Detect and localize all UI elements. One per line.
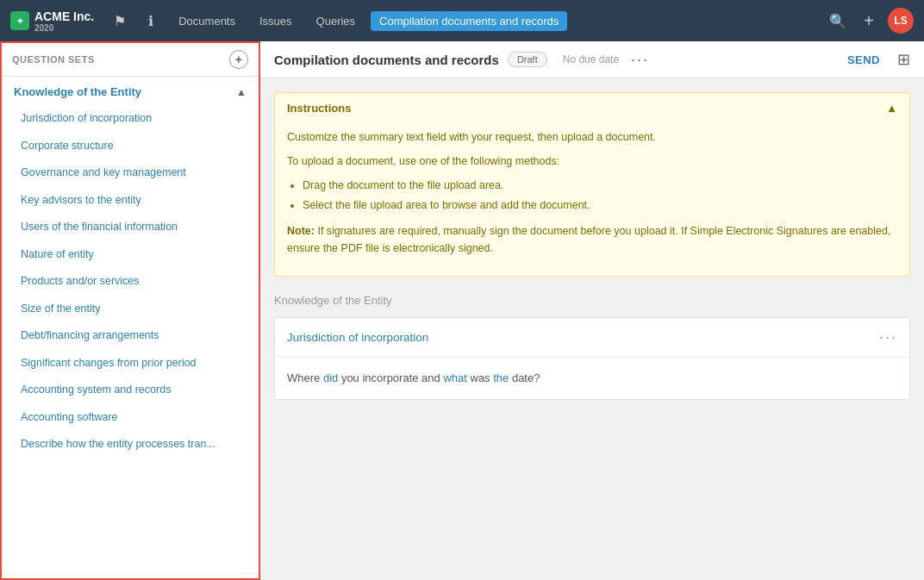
sidebar-item-corporate[interactable]: Corporate structure <box>2 133 259 160</box>
flag-icon[interactable]: ⚑ <box>108 9 132 33</box>
sidebar: QUESTION SETS + Knowledge of the Entity … <box>0 41 260 580</box>
question-text-4: date? <box>509 371 540 384</box>
top-navigation: ✦ ACME Inc. 2020 ⚑ ℹ Documents Issues Qu… <box>0 0 924 41</box>
question-highlight-what: what <box>443 371 466 384</box>
instructions-line-2: To upload a document, use one of the fol… <box>287 153 897 170</box>
question-card-header: Jurisdiction of incorporation ··· <box>275 318 909 358</box>
question-title-part2: incorporation <box>361 331 428 344</box>
add-icon[interactable]: + <box>857 9 881 33</box>
question-title-part1: Jurisdiction <box>287 331 346 344</box>
question-card: Jurisdiction of incorporation ··· Where … <box>274 317 910 400</box>
question-highlight-the: the <box>493 371 509 384</box>
content-title: Compilation documents and records <box>274 53 499 67</box>
question-text-2: you incorporate and <box>338 371 443 384</box>
instructions-note: Note: If signatures are required, manual… <box>287 222 897 257</box>
instructions-list-item-2: Select the file upload area to browse an… <box>303 196 897 214</box>
draft-badge: Draft <box>508 52 547 67</box>
sidebar-item-size[interactable]: Size of the entity <box>2 296 259 323</box>
sidebar-section-title: Knowledge of the Entity <box>14 85 141 98</box>
content-header: Compilation documents and records Draft … <box>260 41 924 78</box>
sidebar-item-jurisdiction[interactable]: Jurisdiction of incorporation <box>2 105 259 133</box>
instructions-title: Instructions <box>287 102 351 115</box>
question-highlight-did: did <box>323 371 338 384</box>
search-icon[interactable]: 🔍 <box>826 9 850 33</box>
sidebar-item-governance[interactable]: Governance and key management <box>2 159 259 187</box>
instructions-list-item-1: Drag the document to the file upload are… <box>303 177 897 194</box>
sidebar-item-key-advisors[interactable]: Key advisors to the entity <box>2 187 259 215</box>
instructions-collapse-icon[interactable]: ▲ <box>886 102 897 115</box>
sidebar-section-header[interactable]: Knowledge of the Entity ▲ <box>2 77 259 105</box>
sidebar-header: QUESTION SETS + <box>2 43 259 77</box>
avatar[interactable]: LS <box>888 8 914 34</box>
sidebar-add-button[interactable]: + <box>229 50 248 69</box>
sidebar-item-users[interactable]: Users of the financial information <box>2 214 259 241</box>
question-more-options[interactable]: ··· <box>879 328 897 346</box>
sidebar-item-significant-changes[interactable]: Significant changes from prior period <box>2 350 259 377</box>
grid-view-icon[interactable]: ⊞ <box>897 50 910 69</box>
more-options-button[interactable]: ··· <box>631 51 649 69</box>
send-button[interactable]: SEND <box>847 53 880 66</box>
app-year: 2020 <box>34 23 94 33</box>
sidebar-item-debt[interactable]: Debt/financing arrangements <box>2 322 259 350</box>
sidebar-item-nature[interactable]: Nature of entity <box>2 241 259 269</box>
chevron-up-icon: ▲ <box>236 86 247 98</box>
app-logo[interactable]: ✦ ACME Inc. 2020 <box>10 9 94 33</box>
sidebar-item-products[interactable]: Products and/or services <box>2 268 259 296</box>
instructions-header[interactable]: Instructions ▲ <box>275 93 909 123</box>
sidebar-item-accounting-system[interactable]: Accounting system and records <box>2 377 259 404</box>
content-body: Instructions ▲ Customize the summary tex… <box>260 78 924 580</box>
sidebar-item-accounting-software[interactable]: Accounting software <box>2 404 259 432</box>
question-text-3: was <box>467 371 493 384</box>
instructions-line-1: Customize the summary text field with yo… <box>287 128 897 146</box>
nav-documents[interactable]: Documents <box>170 11 244 31</box>
nav-compilation[interactable]: Compilation documents and records <box>371 11 567 31</box>
question-text-1: Where <box>287 371 323 384</box>
info-icon[interactable]: ℹ <box>139 9 163 33</box>
sidebar-header-label: QUESTION SETS <box>12 54 95 65</box>
sidebar-item-describe-how[interactable]: Describe how the entity processes tran..… <box>2 431 259 458</box>
due-date: No due date <box>563 53 619 65</box>
instructions-box: Instructions ▲ Customize the summary tex… <box>274 92 910 277</box>
nav-issues[interactable]: Issues <box>251 11 301 31</box>
question-body: Where did you incorporate and what was t… <box>275 358 909 399</box>
question-title-of: of <box>346 331 362 344</box>
logo-icon: ✦ <box>10 11 29 30</box>
section-label: Knowledge of the Entity <box>274 294 910 307</box>
instructions-body: Customize the summary text field with yo… <box>275 123 909 276</box>
question-title: Jurisdiction of incorporation <box>287 331 428 344</box>
app-name: ACME Inc. <box>34 9 94 23</box>
instructions-list: Drag the document to the file upload are… <box>303 177 897 214</box>
nav-queries[interactable]: Queries <box>308 11 365 31</box>
content-area: Compilation documents and records Draft … <box>260 41 924 580</box>
main-layout: QUESTION SETS + Knowledge of the Entity … <box>0 41 924 580</box>
